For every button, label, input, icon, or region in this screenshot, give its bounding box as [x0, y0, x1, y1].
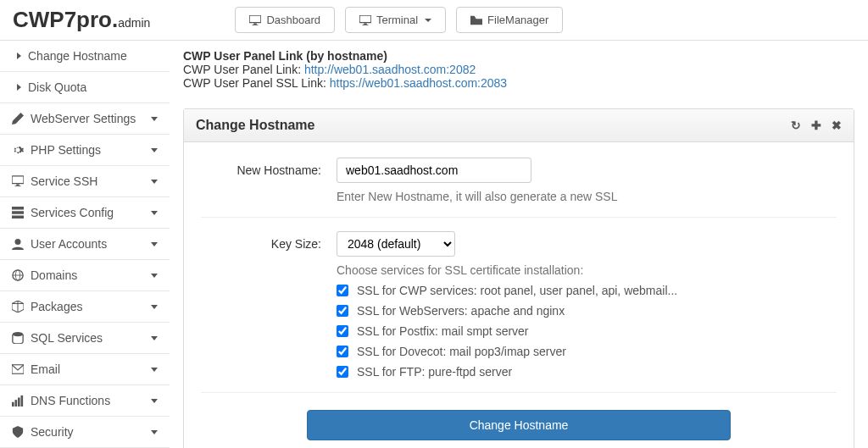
chevron-down-icon — [151, 211, 158, 215]
sidebar-item-service-ssh[interactable]: Service SSH — [0, 166, 170, 197]
svg-rect-7 — [16, 185, 19, 186]
svg-rect-0 — [250, 15, 262, 23]
dashboard-label: Dashboard — [266, 14, 320, 26]
ssl-check-label: SSL for Postfix: mail smpt server — [357, 324, 529, 338]
svg-rect-3 — [359, 15, 371, 23]
monitor-icon — [249, 15, 261, 25]
svg-rect-11 — [12, 216, 24, 219]
sidebar-item-domains[interactable]: Domains — [0, 260, 170, 291]
divider — [201, 217, 837, 218]
ssl-cwp-checkbox[interactable] — [337, 285, 348, 296]
keysize-select[interactable]: 2048 (default) — [337, 231, 455, 257]
ssl-dovecot-checkbox[interactable] — [337, 346, 348, 357]
sidebar-item-sql-services[interactable]: SQL Services — [0, 323, 170, 354]
dashboard-button[interactable]: Dashboard — [235, 7, 335, 33]
chevron-down-icon — [151, 305, 158, 309]
sidebar-sub-disk-quota[interactable]: Disk Quota — [0, 72, 170, 103]
user-icon — [12, 238, 24, 250]
sidebar-item-label: Packages — [31, 300, 82, 313]
ssl-postfix-checkbox[interactable] — [337, 325, 348, 337]
sidebar-item-user-accounts[interactable]: User Accounts — [0, 229, 170, 260]
database-icon — [12, 332, 24, 344]
change-hostname-button[interactable]: Change Hostname — [307, 410, 731, 440]
sidebar-item-php-settings[interactable]: PHP Settings — [0, 135, 170, 166]
pencil-icon — [12, 113, 24, 124]
services-help: Choose services for SSL certificate inst… — [337, 263, 837, 277]
hostname-input[interactable] — [337, 158, 531, 183]
sidebar-item-label: User Accounts — [31, 237, 107, 251]
keysize-label: Key Size: — [201, 231, 337, 379]
svg-rect-5 — [363, 25, 369, 25]
chevron-down-icon — [151, 336, 158, 340]
divider — [201, 392, 837, 393]
chevron-down-icon — [151, 430, 158, 434]
server-icon — [12, 207, 24, 218]
chevron-down-icon — [151, 180, 158, 184]
sidebar-sub-change-hostname[interactable]: Change Hostname — [0, 41, 170, 72]
chevron-down-icon — [151, 148, 158, 152]
close-icon[interactable]: ✖ — [832, 119, 842, 132]
signal-icon — [12, 395, 24, 407]
top-buttons: Dashboard Terminal FileManager — [235, 7, 563, 33]
svg-rect-20 — [18, 398, 20, 407]
top-nav: CWP7pro.admin Dashboard Terminal FileMan… — [0, 0, 868, 41]
sidebar-item-label: Service SSH — [31, 174, 97, 188]
sidebar-item-label: Security — [31, 425, 74, 439]
sidebar-item-label: DNS Functions — [31, 394, 110, 407]
folder-icon — [470, 15, 482, 25]
monitor-icon — [359, 15, 371, 25]
svg-rect-8 — [15, 185, 21, 186]
panel-title: Change Hostname — [196, 118, 314, 133]
ssl-ftp-checkbox[interactable] — [337, 366, 348, 378]
sidebar-item-label: Domains — [31, 268, 77, 282]
main-content: CWP User Panel Link (by hostname) CWP Us… — [170, 41, 868, 448]
svg-rect-2 — [253, 25, 259, 25]
svg-point-16 — [13, 332, 23, 336]
ssl-check-webservers: SSL for WebServers: apache and nginx — [337, 304, 837, 318]
terminal-button[interactable]: Terminal — [345, 7, 446, 33]
email-icon — [12, 363, 24, 375]
chevron-down-icon — [151, 274, 158, 278]
panel-tools: ↻ ✚ ✖ — [791, 119, 842, 132]
refresh-icon[interactable]: ↻ — [791, 119, 801, 132]
sidebar-item-label: PHP Settings — [31, 143, 101, 157]
chevron-down-icon — [151, 242, 158, 246]
ssl-check-postfix: SSL for Postfix: mail smpt server — [337, 324, 837, 338]
info-block: CWP User Panel Link (by hostname) CWP Us… — [183, 41, 854, 105]
sidebar-item-webserver-settings[interactable]: WebServer Settings — [0, 103, 170, 135]
caret-down-icon — [425, 19, 431, 22]
change-hostname-panel: Change Hostname ↻ ✚ ✖ New Hostname: Ente… — [183, 108, 854, 448]
brand-sub: admin — [118, 16, 150, 30]
user-panel-ssl-link[interactable]: https://web01.saadhost.com:2083 — [330, 76, 507, 90]
svg-rect-21 — [21, 395, 24, 407]
user-panel-link[interactable]: http://web01.saadhost.com:2082 — [304, 63, 476, 76]
sidebar-item-packages[interactable]: Packages — [0, 291, 170, 323]
info-line1-label: CWP User Panel Link: — [183, 63, 304, 76]
sidebar: Change Hostname Disk Quota WebServer Set… — [0, 41, 170, 448]
chevron-down-icon — [151, 117, 158, 121]
sidebar-item-services-config[interactable]: Services Config — [0, 197, 170, 229]
filemanager-button[interactable]: FileManager — [456, 7, 563, 33]
ssl-check-label: SSL for Dovecot: mail pop3/imap server — [357, 345, 566, 358]
hostname-label: New Hostname: — [201, 158, 337, 203]
panel-header: Change Hostname ↻ ✚ ✖ — [184, 109, 854, 142]
sidebar-item-dns-functions[interactable]: DNS Functions — [0, 385, 170, 417]
arrow-right-icon — [17, 84, 21, 91]
ssl-check-label: SSL for CWP services: root panel, user p… — [357, 284, 677, 297]
svg-rect-10 — [12, 211, 24, 214]
sidebar-item-email[interactable]: Email — [0, 354, 170, 385]
terminal-label: Terminal — [376, 14, 418, 26]
sidebar-sub-label: Change Hostname — [28, 49, 127, 63]
sidebar-item-label: Services Config — [31, 206, 114, 219]
arrow-right-icon — [17, 53, 21, 59]
ssl-webservers-checkbox[interactable] — [337, 305, 348, 317]
svg-rect-18 — [12, 402, 14, 407]
hostname-help: Enter New Hostname, it will also generat… — [337, 190, 837, 203]
chevron-down-icon — [151, 368, 158, 372]
chevron-down-icon — [151, 399, 158, 403]
plus-icon[interactable]: ✚ — [811, 119, 821, 132]
sidebar-item-security[interactable]: Security — [0, 417, 170, 448]
monitor-icon — [12, 175, 24, 187]
sidebar-item-label: WebServer Settings — [31, 112, 136, 125]
brand-main: CWP7pro. — [13, 7, 118, 32]
